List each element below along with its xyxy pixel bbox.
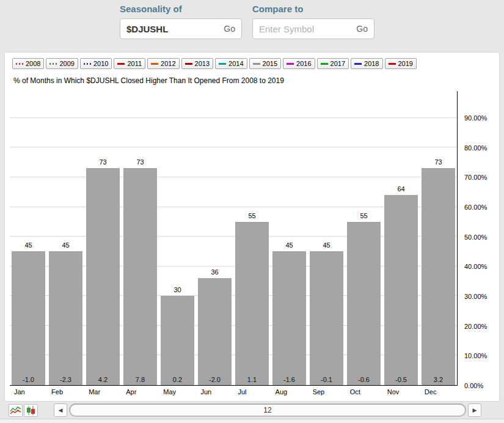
bar-value-label: 45 bbox=[308, 241, 345, 249]
bar-oct bbox=[347, 222, 381, 385]
scroll-left-button[interactable]: ◀ bbox=[54, 403, 67, 417]
legend-year-label: 2009 bbox=[59, 60, 74, 67]
legend-item-2015[interactable]: 2015 bbox=[249, 58, 281, 69]
bottom-toolbar: ◀ 12 ▶ bbox=[0, 402, 504, 419]
bar-value-label: 45 bbox=[47, 241, 84, 249]
x-tick-label: Jan bbox=[10, 388, 47, 395]
legend-item-2008[interactable]: 2008 bbox=[12, 58, 44, 69]
legend-year-label: 2012 bbox=[161, 60, 175, 67]
bar-average-label: 0.2 bbox=[159, 376, 196, 383]
legend-year-label: 2015 bbox=[263, 60, 277, 67]
bar-value-label: 73 bbox=[122, 158, 159, 166]
x-tick-label: Sep bbox=[309, 388, 346, 395]
bar-value-label: 45 bbox=[10, 241, 47, 249]
legend-year-label: 2018 bbox=[364, 60, 379, 67]
legend-item-2009[interactable]: 2009 bbox=[46, 58, 78, 69]
bar-slot-aug: 45-1.6 bbox=[271, 91, 308, 385]
legend-year-label: 2011 bbox=[127, 60, 142, 67]
legend-item-2010[interactable]: 2010 bbox=[80, 58, 112, 69]
bar-slot-sep: 45-0.1 bbox=[308, 91, 345, 385]
legend-item-2014[interactable]: 2014 bbox=[215, 58, 247, 69]
symbol-input[interactable] bbox=[126, 24, 219, 34]
y-tick-label: 70.00% bbox=[464, 174, 487, 181]
scrollbar-thumb[interactable]: 12 bbox=[70, 404, 466, 416]
y-tick-label: 80.00% bbox=[464, 144, 487, 152]
legend-line-icon bbox=[185, 63, 192, 65]
legend-year-label: 2014 bbox=[228, 60, 243, 67]
scrollbar-track[interactable]: 12 bbox=[69, 403, 466, 417]
seasonality-field-group: Seasonality of Go bbox=[120, 4, 242, 39]
legend-line-icon bbox=[117, 63, 125, 65]
chart-panel: 2008200920102011201220132014201520162017… bbox=[4, 52, 500, 402]
legend: 2008200920102011201220132014201520162017… bbox=[12, 58, 417, 69]
x-axis: JanFebMarAprMayJunJulAugSepOctNovDec bbox=[10, 388, 458, 395]
line-chart-icon[interactable] bbox=[9, 404, 23, 417]
bar-value-label: 30 bbox=[159, 286, 196, 293]
bar-value-label: 45 bbox=[271, 241, 308, 249]
legend-item-2017[interactable]: 2017 bbox=[317, 58, 349, 69]
bar-slot-feb: 45-2.3 bbox=[47, 91, 84, 385]
legend-line-icon bbox=[49, 63, 57, 65]
bar-average-label: -2.3 bbox=[47, 376, 84, 383]
legend-year-label: 2010 bbox=[93, 60, 108, 67]
y-tick-label: 90.00% bbox=[464, 114, 487, 122]
x-tick-label: Feb bbox=[47, 388, 84, 395]
y-tick-label: 10.00% bbox=[464, 352, 487, 359]
compare-go-button[interactable]: Go bbox=[356, 24, 368, 34]
bar-dec bbox=[422, 168, 455, 385]
x-tick-label: Jul bbox=[233, 388, 271, 395]
bar-value-label: 55 bbox=[233, 212, 271, 219]
legend-line-icon bbox=[321, 63, 328, 65]
legend-item-2016[interactable]: 2016 bbox=[283, 58, 315, 69]
legend-line-icon bbox=[253, 63, 260, 65]
legend-line-icon bbox=[151, 63, 158, 65]
x-tick-label: May bbox=[159, 388, 196, 395]
bar-apr bbox=[123, 168, 157, 385]
bar-value-label: 73 bbox=[420, 158, 457, 166]
legend-year-label: 2016 bbox=[296, 60, 311, 67]
bar-slot-jul: 551.1 bbox=[233, 91, 271, 385]
bar-mar bbox=[86, 168, 120, 385]
bar-value-label: 55 bbox=[345, 212, 382, 219]
legend-item-2013[interactable]: 2013 bbox=[181, 58, 213, 69]
compare-input-box[interactable]: Go bbox=[252, 18, 374, 39]
bar-nov bbox=[384, 195, 418, 385]
legend-line-icon bbox=[287, 63, 294, 65]
bar-feb bbox=[49, 251, 82, 385]
x-tick-label: Dec bbox=[420, 388, 458, 395]
scroll-right-button[interactable]: ▶ bbox=[468, 403, 481, 417]
legend-item-2018[interactable]: 2018 bbox=[351, 58, 382, 69]
compare-label: Compare to bbox=[252, 4, 374, 14]
legend-line-icon bbox=[84, 63, 91, 65]
legend-item-2019[interactable]: 2019 bbox=[385, 58, 417, 69]
bar-slot-nov: 64-0.5 bbox=[382, 91, 420, 385]
legend-year-label: 2019 bbox=[398, 60, 413, 67]
bar-value-label: 73 bbox=[84, 158, 122, 166]
legend-item-2011[interactable]: 2011 bbox=[114, 58, 145, 69]
bar-average-label: -0.1 bbox=[308, 376, 345, 383]
bar-average-label: -0.5 bbox=[382, 376, 420, 383]
bar-average-label: 3.2 bbox=[420, 376, 457, 383]
bar-average-label: 4.2 bbox=[84, 376, 122, 383]
bar-slot-dec: 733.2 bbox=[420, 91, 457, 385]
compare-field-group: Compare to Go bbox=[252, 4, 374, 39]
bars-layer: 45-1.045-2.3734.2737.8300.236-2.0551.145… bbox=[10, 91, 457, 385]
symbol-input-box[interactable]: Go bbox=[120, 18, 242, 39]
symbol-go-button[interactable]: Go bbox=[224, 24, 235, 34]
bar-slot-may: 300.2 bbox=[159, 91, 196, 385]
bar-slot-jun: 36-2.0 bbox=[196, 91, 233, 385]
candlestick-icon[interactable] bbox=[24, 404, 38, 417]
y-axis: 0.00%10.00%20.00%30.00%40.00%50.00%60.00… bbox=[461, 91, 499, 386]
bar-slot-mar: 734.2 bbox=[84, 91, 122, 385]
plot-area: 45-1.045-2.3734.2737.8300.236-2.0551.145… bbox=[10, 91, 458, 386]
bar-average-label: -0.6 bbox=[345, 376, 382, 383]
bar-average-label: -1.0 bbox=[10, 376, 47, 383]
bar-jul bbox=[235, 222, 269, 385]
y-tick-label: 0.00% bbox=[464, 382, 483, 389]
legend-year-label: 2008 bbox=[26, 60, 40, 67]
legend-item-2012[interactable]: 2012 bbox=[147, 58, 179, 69]
x-tick-label: Oct bbox=[346, 388, 383, 395]
legend-line-icon bbox=[16, 63, 23, 65]
compare-input[interactable] bbox=[259, 24, 351, 34]
bar-sep bbox=[310, 251, 343, 385]
